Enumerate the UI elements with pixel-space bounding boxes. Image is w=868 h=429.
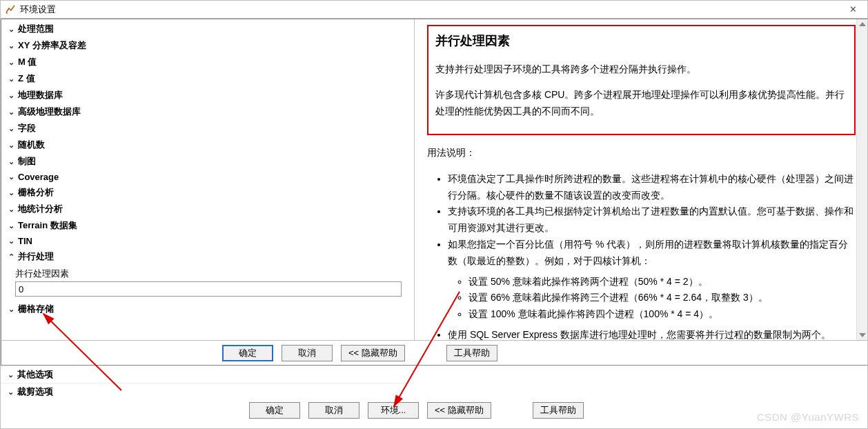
window-title: 环境设置	[20, 3, 842, 16]
usage-item: 环境值决定了工具操作时所跨进程的数量。这些进程将在计算机中的核心硬件（处理器）之…	[448, 171, 856, 204]
chevron-down-icon: ⌄	[8, 124, 18, 133]
inner-buttonbar: 确定 取消 << 隐藏帮助 工具帮助	[1, 340, 868, 365]
hide-help-button[interactable]: << 隐藏帮助	[341, 345, 405, 361]
chevron-down-icon: ⌄	[8, 172, 18, 181]
usage-subitem: 设置 100% 意味着此操作将跨四个进程（100% * 4 = 4）。	[468, 306, 856, 323]
help-intro-1: 支持并行处理因子环境的工具将跨多个进程分隔并执行操作。	[435, 61, 847, 78]
cat-raster-analysis[interactable]: ⌄栅格分析	[1, 184, 414, 201]
chevron-down-icon: ⌄	[8, 188, 18, 197]
cat-terrain-dataset[interactable]: ⌄Terrain 数据集	[1, 217, 414, 234]
cat-processing-extent[interactable]: ⌄处理范围	[1, 21, 414, 37]
app-icon	[5, 4, 16, 15]
parallel-processing-block: 并行处理因素	[1, 265, 414, 301]
usage-item: 如果您指定一个百分比值（用符号 % 代表），则所用的进程数量将取计算机核数量的指…	[448, 237, 856, 323]
close-button[interactable]: ✕	[842, 3, 863, 17]
watermark: CSDN @YuanYWRS	[757, 411, 859, 423]
svg-point-1	[13, 5, 14, 6]
scrollbar[interactable]	[856, 19, 868, 340]
left-category-panel[interactable]: ⌄处理范围 ⌄XY 分辨率及容差 ⌄M 值 ⌄Z 值 ⌄地理数据库 ⌄高级地理数…	[1, 19, 415, 340]
cat-fields[interactable]: ⌄字段	[1, 120, 414, 137]
help-panel[interactable]: 并行处理因素 支持并行处理因子环境的工具将跨多个进程分隔并执行操作。 许多现代计…	[415, 19, 868, 340]
usage-subitem: 设置 50% 意味着此操作将跨两个进程（50% * 4 = 2）。	[468, 274, 856, 290]
parallel-factor-label: 并行处理因素	[15, 266, 400, 281]
ok-button-outer[interactable]: 确定	[249, 402, 300, 419]
chevron-down-icon: ⌄	[8, 25, 18, 34]
inner-dialog: ⌄处理范围 ⌄XY 分辨率及容差 ⌄M 值 ⌄Z 值 ⌄地理数据库 ⌄高级地理数…	[1, 19, 868, 366]
cat-raster-storage[interactable]: ⌄栅格存储	[1, 301, 414, 317]
lower-category-panel: ⌄其他选项 ⌄裁剪选项	[1, 366, 413, 400]
chevron-down-icon: ⌄	[8, 305, 18, 314]
hide-help-button-outer[interactable]: << 隐藏帮助	[427, 402, 491, 419]
help-intro-2: 许多现代计算机包含多核 CPU。跨多个进程展开地理处理操作可以利用多核优势提高性…	[435, 87, 847, 120]
usage-list: 环境值决定了工具操作时所跨进程的数量。这些进程将在计算机中的核心硬件（处理器）之…	[427, 171, 856, 340]
cat-parallel-processing[interactable]: ⌃并行处理	[1, 248, 414, 265]
chevron-down-icon: ⌄	[8, 41, 18, 50]
cat-geodatabase[interactable]: ⌄地理数据库	[1, 87, 414, 103]
chevron-down-icon: ⌄	[8, 221, 18, 230]
cat-coverage[interactable]: ⌄Coverage	[1, 170, 414, 184]
environments-button[interactable]: 环境...	[368, 402, 419, 419]
cat-tin[interactable]: ⌄TIN	[1, 234, 414, 248]
chevron-down-icon: ⌄	[8, 58, 18, 67]
chevron-down-icon: ⌄	[8, 74, 18, 83]
chevron-down-icon: ⌄	[8, 157, 18, 166]
chevron-down-icon: ⌄	[8, 108, 18, 117]
cat-clip-options[interactable]: ⌄裁剪选项	[1, 383, 413, 400]
help-heading: 并行处理因素	[435, 30, 847, 52]
cat-random[interactable]: ⌄随机数	[1, 137, 414, 153]
cat-cartography[interactable]: ⌄制图	[1, 153, 414, 170]
environment-settings-window: 环境设置 ✕ ⌄处理范围 ⌄XY 分辨率及容差 ⌄M 值 ⌄Z 值 ⌄地理数据库…	[0, 0, 868, 429]
tool-help-button-outer[interactable]: 工具帮助	[533, 402, 584, 419]
highlight-box: 并行处理因素 支持并行处理因子环境的工具将跨多个进程分隔并执行操作。 许多现代计…	[427, 25, 856, 135]
titlebar: 环境设置 ✕	[1, 1, 867, 19]
usage-item: 使用 SQL Server Express 数据库进行地理处理时，您需要将并行过…	[448, 327, 856, 340]
ok-button[interactable]: 确定	[222, 345, 273, 361]
parallel-factor-input[interactable]	[15, 281, 402, 297]
cat-geostatistical[interactable]: ⌄地统计分析	[1, 201, 414, 217]
tool-help-button[interactable]: 工具帮助	[446, 345, 497, 361]
chevron-down-icon: ⌄	[8, 370, 17, 379]
cat-xy-resolution[interactable]: ⌄XY 分辨率及容差	[1, 37, 414, 54]
chevron-up-icon: ⌃	[8, 252, 18, 261]
usage-subitem: 设置 66% 意味着此操作将跨三个进程（66% * 4 = 2.64，取整数 3…	[468, 290, 856, 306]
cat-other-options[interactable]: ⌄其他选项	[1, 366, 413, 383]
svg-point-0	[6, 12, 8, 13]
cancel-button[interactable]: 取消	[282, 345, 333, 361]
chevron-down-icon: ⌄	[8, 91, 18, 100]
cat-z-values[interactable]: ⌄Z 值	[1, 70, 414, 87]
chevron-down-icon: ⌄	[8, 141, 18, 150]
chevron-down-icon: ⌄	[8, 205, 18, 214]
cat-m-values[interactable]: ⌄M 值	[1, 54, 414, 70]
chevron-down-icon: ⌄	[8, 388, 17, 397]
outer-buttonbar: 确定 取消 环境... << 隐藏帮助 工具帮助	[1, 399, 868, 421]
cat-geodatabase-advanced[interactable]: ⌄高级地理数据库	[1, 103, 414, 120]
chevron-down-icon: ⌄	[8, 237, 18, 246]
main-area: ⌄处理范围 ⌄XY 分辨率及容差 ⌄M 值 ⌄Z 值 ⌄地理数据库 ⌄高级地理数…	[1, 19, 868, 340]
usage-label: 用法说明：	[427, 145, 856, 161]
cancel-button-outer[interactable]: 取消	[308, 402, 359, 419]
usage-item: 支持该环境的各工具均已根据特定计算机给出了进程数量的内置默认值。您可基于数据、操…	[448, 203, 856, 237]
